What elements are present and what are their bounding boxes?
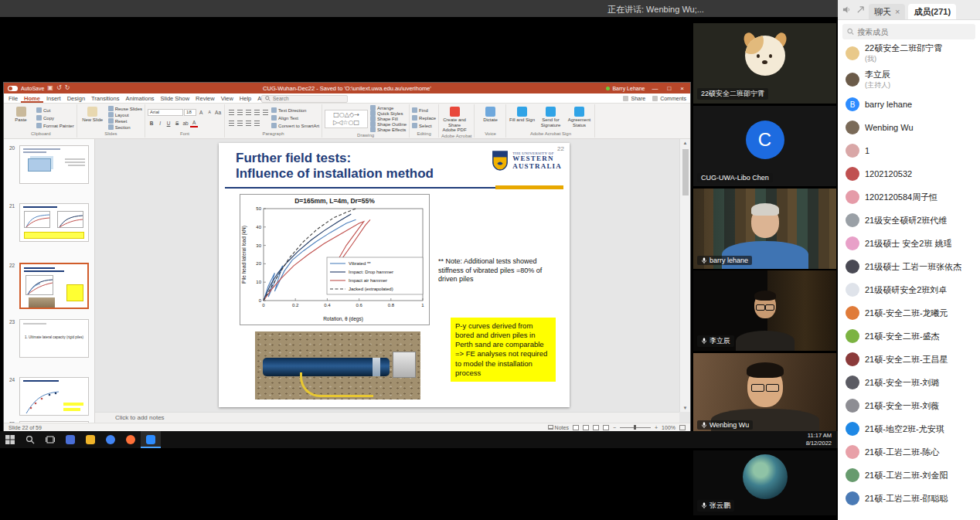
- video-tile[interactable]: CCUG-UWA-Libo Chen: [693, 106, 836, 186]
- arrange-button[interactable]: Arrange: [370, 105, 407, 110]
- reset-button[interactable]: Reset: [108, 118, 142, 124]
- video-tile[interactable]: Wenbing Wu: [693, 353, 836, 433]
- tab-view[interactable]: View: [218, 93, 236, 103]
- shape-gallery[interactable]: □○△◇→▷◁☆○□: [325, 110, 368, 128]
- reuse-slides-button[interactable]: Reuse Slides: [108, 106, 142, 111]
- font-color-icon[interactable]: A: [190, 120, 198, 127]
- zoom-knob[interactable]: [634, 425, 636, 430]
- share-button[interactable]: Share: [623, 96, 645, 101]
- slide-thumbnail-22-current[interactable]: 22: [19, 263, 89, 309]
- fit-to-window-icon[interactable]: [679, 425, 686, 430]
- taskbar-meeting-icon[interactable]: [141, 431, 161, 448]
- scroll-down-icon[interactable]: ▼: [683, 404, 688, 412]
- slide-thumbnail-20[interactable]: 20: [19, 145, 89, 184]
- autosave-toggle[interactable]: [8, 86, 18, 91]
- close-chat-icon[interactable]: ×: [895, 7, 900, 16]
- select-button[interactable]: Select: [412, 123, 436, 128]
- tab-home[interactable]: Home: [21, 93, 43, 103]
- grow-font-icon[interactable]: A: [197, 108, 205, 116]
- taskbar-app-blue-icon[interactable]: [60, 431, 80, 448]
- copy-button[interactable]: Copy: [36, 115, 74, 121]
- tab-transitions[interactable]: Transitions: [88, 93, 122, 103]
- slide-sorter-icon[interactable]: [583, 425, 589, 430]
- member-row[interactable]: 1202120584周子恒: [838, 185, 980, 209]
- zoom-slider[interactable]: [620, 427, 651, 428]
- create-and-share-adobe-pdf-button[interactable]: Create and Share Adobe PDF: [441, 105, 468, 133]
- text-direction-button[interactable]: Text Direction: [271, 107, 319, 113]
- taskbar-clock[interactable]: 11:17 AM 8/12/2022: [806, 432, 838, 447]
- scroll-up-icon[interactable]: ▲: [683, 139, 688, 147]
- underline-icon[interactable]: U: [165, 120, 172, 127]
- scrollbar-thumb[interactable]: [682, 149, 689, 195]
- bullets-icon[interactable]: [227, 108, 235, 116]
- tab-slide-show[interactable]: Slide Show: [158, 93, 193, 103]
- undo-icon[interactable]: ↺: [56, 85, 62, 91]
- video-tile[interactable]: 张云鹏: [693, 450, 836, 515]
- zoom-level[interactable]: 100%: [662, 425, 675, 430]
- member-row[interactable]: 21硕-地空2班-尤安琪: [838, 417, 980, 440]
- notes-pane[interactable]: Click to add notes: [95, 412, 679, 423]
- member-row[interactable]: Wenbing Wu: [838, 116, 980, 139]
- normal-view-icon[interactable]: [573, 425, 579, 430]
- member-row[interactable]: 21硕-工岩二班-邵聪聪: [838, 487, 980, 510]
- taskbar-start-icon[interactable]: [0, 431, 20, 448]
- taskbar-task-view-icon[interactable]: [40, 431, 60, 448]
- replace-button[interactable]: Replace: [412, 115, 436, 121]
- taskbar-chrome-icon[interactable]: [100, 431, 121, 448]
- highlight-icon[interactable]: ab: [182, 120, 189, 127]
- taskbar-app-yellow-icon[interactable]: [80, 431, 100, 448]
- shape-effects-button[interactable]: Shape Effects: [370, 127, 407, 132]
- line-spacing-icon[interactable]: [261, 108, 269, 116]
- shape-outline-button[interactable]: Shape Outline: [370, 121, 407, 127]
- video-tile[interactable]: 李立辰: [693, 270, 836, 351]
- tab-members[interactable]: 成员(271): [908, 4, 956, 19]
- slideshow-icon[interactable]: [603, 425, 609, 430]
- video-tile[interactable]: barry lehane: [693, 189, 836, 269]
- font-name-box[interactable]: Arial: [148, 109, 183, 116]
- align-text-button[interactable]: Align Text: [271, 115, 319, 121]
- tab-file[interactable]: File: [5, 93, 21, 103]
- member-row[interactable]: 21硕-安全二班-龙曦元: [838, 301, 980, 325]
- dictate-button[interactable]: Dictate: [477, 105, 503, 131]
- member-row[interactable]: 22硕安全二班邵宁霄(我): [838, 40, 980, 66]
- member-row[interactable]: 李立辰(主持人): [838, 66, 980, 93]
- member-row[interactable]: 21硕-工岩二班-刘金阳: [838, 464, 980, 487]
- paste-button[interactable]: Paste: [8, 105, 34, 131]
- vertical-scrollbar[interactable]: ▲ ▼: [679, 139, 690, 412]
- reading-view-icon[interactable]: [593, 425, 599, 430]
- layout-button[interactable]: Layout: [108, 112, 142, 117]
- indent-less-icon[interactable]: [244, 108, 252, 116]
- agreement-status-button[interactable]: Agreement Status: [566, 105, 592, 131]
- numbering-icon[interactable]: [236, 108, 243, 116]
- change-case-icon[interactable]: Aa: [214, 108, 222, 116]
- member-row[interactable]: 21硕-安全二班-盛杰: [838, 325, 980, 348]
- slide-thumbnail-24[interactable]: 24: [19, 377, 89, 416]
- indent-more-icon[interactable]: [253, 108, 260, 116]
- slide-canvas[interactable]: 22 Further field tests: Influence of ins…: [219, 143, 570, 407]
- member-row[interactable]: Bbarry lehane: [838, 93, 980, 116]
- italic-icon[interactable]: I: [156, 120, 164, 127]
- columns-icon[interactable]: [253, 120, 260, 127]
- shape-fill-button[interactable]: Shape Fill: [370, 116, 407, 121]
- tab-review[interactable]: Review: [192, 93, 218, 103]
- taskbar-firefox-icon[interactable]: [121, 431, 141, 448]
- new-slide-button[interactable]: New Slide: [80, 105, 106, 131]
- speaker-icon[interactable]: [842, 5, 851, 14]
- search-box[interactable]: Search: [261, 95, 348, 103]
- cut-button[interactable]: Cut: [36, 107, 74, 113]
- member-row[interactable]: 21硕-安全一班-刘薇: [838, 394, 980, 417]
- strikethrough-icon[interactable]: S: [173, 120, 181, 127]
- member-row[interactable]: 21级硕研安全2班刘卓: [838, 278, 980, 301]
- zoom-out-button[interactable]: −: [613, 425, 616, 430]
- redo-icon[interactable]: ↻: [65, 85, 70, 91]
- convert-to-smartart-button[interactable]: Convert to SmartArt: [271, 123, 319, 128]
- taskbar-search-icon[interactable]: [20, 431, 40, 448]
- save-icon[interactable]: ▣: [47, 85, 53, 91]
- member-row[interactable]: 1: [838, 139, 980, 162]
- tab-design[interactable]: Design: [64, 93, 88, 103]
- tab-insert[interactable]: Insert: [43, 93, 64, 103]
- align-right-icon[interactable]: [244, 120, 252, 127]
- font-size-box[interactable]: 18: [184, 109, 196, 116]
- close-button[interactable]: ×: [678, 85, 686, 92]
- align-center-icon[interactable]: [236, 120, 243, 127]
